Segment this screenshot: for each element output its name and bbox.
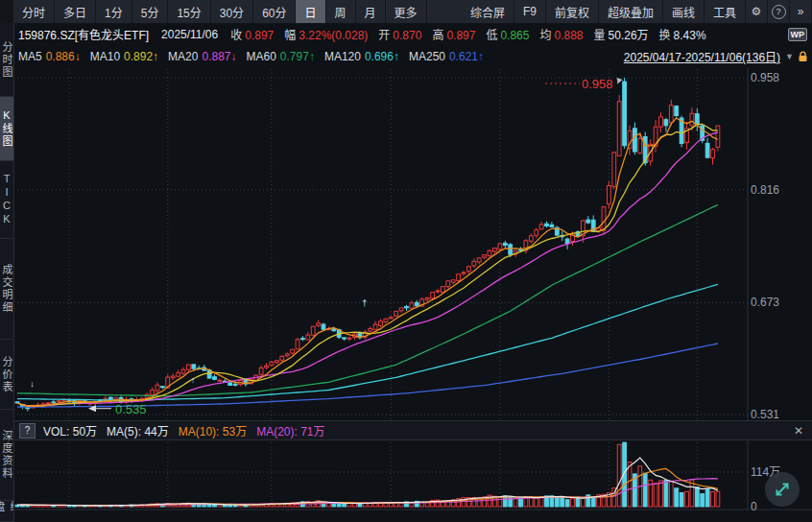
info-field-label: 幅 <box>284 29 296 42</box>
sidebar-item-K线图[interactable]: K线图 <box>0 97 13 161</box>
info-field-幅: 幅3.22%(0.028) <box>284 26 368 42</box>
info-fields: 收0.897幅3.22%(0.028)开0.870高0.897低0.865均0.… <box>230 26 716 42</box>
vol-ma5: MA(5): 44万 <box>107 422 169 439</box>
ma-value-MA20: MA200.887↓ <box>168 50 236 63</box>
info-field-label: 收 <box>230 29 242 42</box>
tool-超级叠加[interactable]: 超级叠加 <box>599 0 663 23</box>
ma-value-MA250: MA2500.621↑ <box>409 50 484 63</box>
kline-chart-canvas[interactable]: 0.9580.535↓↑†0.9580.8160.6730.531114万0 <box>0 0 812 522</box>
ma-label: MA120 <box>324 50 361 63</box>
close-volume-pane-icon[interactable]: ✕ <box>790 423 807 438</box>
sidebar-item-分时图[interactable]: 分时图 <box>0 23 13 97</box>
info-field-value: 0.870 <box>393 29 421 42</box>
tool-画线[interactable]: 画线 <box>663 0 705 23</box>
svg-text:0.673: 0.673 <box>751 296 779 309</box>
svg-text:†: † <box>362 298 367 308</box>
expand-chart-button[interactable] <box>765 472 800 507</box>
tab-period-15分[interactable]: 15分 <box>168 0 210 23</box>
ma-label: MA10 <box>90 50 120 63</box>
toolbar-corner <box>0 0 13 23</box>
stock-code: 159876.SZ[有色龙头ETF] <box>18 26 149 42</box>
sidebar-item-分价表[interactable]: 分价表 <box>0 340 13 410</box>
info-field-收: 收0.897 <box>230 26 274 42</box>
range-selector[interactable]: 2025/04/17-2025/11/06(136日) ▼ <box>624 48 808 64</box>
tool-综合屏[interactable]: 综合屏 <box>462 0 514 23</box>
info-field-value: 8.43% <box>674 29 706 42</box>
svg-text:0.535: 0.535 <box>115 402 147 416</box>
ma-values-bar: MA50.886↓MA100.892↑MA200.887↓MA600.797↑M… <box>13 45 812 67</box>
svg-text:0.531: 0.531 <box>751 408 779 421</box>
vol-label: VOL: 50万 <box>43 422 97 439</box>
tab-period-更多[interactable]: 更多 <box>386 0 427 23</box>
tab-period-多日[interactable]: 多日 <box>55 0 96 23</box>
help-icon[interactable]: ? <box>768 0 790 23</box>
top-toolbar: 分时多日1分5分15分30分60分日周月更多 综合屏F9前复权超级叠加画线工具⚙… <box>0 0 812 24</box>
info-field-换: 换8.43% <box>659 26 706 42</box>
ma-number: 0.892↑ <box>124 50 158 63</box>
tab-period-周[interactable]: 周 <box>326 0 356 23</box>
info-field-label: 高 <box>432 29 443 42</box>
gear-icon[interactable]: ⚙ <box>746 0 768 23</box>
ma-number: 0.886↓ <box>46 50 81 63</box>
tab-period-分时[interactable]: 分时 <box>13 0 55 23</box>
vol-ma20: MA(20): 71万 <box>256 422 324 439</box>
tool-工具[interactable]: 工具 <box>705 0 746 23</box>
kline-app-window: 分时多日1分5分15分30分60分日周月更多 综合屏F9前复权超级叠加画线工具⚙… <box>0 0 812 522</box>
tab-period-日[interactable]: 日 <box>296 0 325 23</box>
toolbar-right-tabs: 综合屏F9前复权超级叠加画线工具⚙?» <box>462 0 812 23</box>
tool-F9[interactable]: F9 <box>514 0 546 23</box>
svg-text:0.958: 0.958 <box>751 71 779 84</box>
info-field-高: 高0.897 <box>432 26 475 42</box>
ma-label: MA5 <box>18 50 42 63</box>
ma-number: 0.696↑ <box>365 50 399 63</box>
ma-label: MA250 <box>409 50 445 63</box>
info-field-label: 低 <box>486 29 497 42</box>
sidebar-item-超级盘口[interactable]: 超级盘口 <box>0 501 13 522</box>
ma-items: MA50.886↓MA100.892↑MA200.887↓MA600.797↑M… <box>18 50 493 63</box>
info-field-value: 0.865 <box>500 29 529 42</box>
svg-text:0.816: 0.816 <box>751 183 779 197</box>
ma-label: MA20 <box>168 50 198 63</box>
ma-value-MA60: MA600.797↑ <box>247 50 315 63</box>
tab-period-1分[interactable]: 1分 <box>96 0 132 23</box>
ma-number: 0.797↑ <box>280 50 315 63</box>
info-field-value: 0.897 <box>446 29 475 42</box>
left-sidebar: 分时图K线图TICK成交明细分价表深度资料超级盘口 <box>0 23 14 522</box>
info-field-开: 开0.870 <box>378 26 421 42</box>
tab-period-30分[interactable]: 30分 <box>211 0 253 23</box>
info-field-value: 0.888 <box>554 29 583 42</box>
indicator-help-icon[interactable]: ? <box>19 423 36 439</box>
info-field-value: 3.22%(0.028) <box>299 29 368 42</box>
sidebar-item-成交明细[interactable]: 成交明细 <box>0 239 13 340</box>
ma-label: MA60 <box>247 50 276 63</box>
sidebar-item-深度资料[interactable]: 深度资料 <box>0 410 13 501</box>
volume-pane-header: ? VOL: 50万 MA(5): 44万 MA(10): 53万 MA(20)… <box>13 420 812 440</box>
trade-date: 2025/11/06 <box>161 28 218 41</box>
tab-period-月[interactable]: 月 <box>356 0 386 23</box>
svg-text:↑: ↑ <box>191 375 196 385</box>
more-tools-icon[interactable]: » <box>790 0 812 23</box>
date-range-label[interactable]: 2025/04/17-2025/11/06(136日) <box>624 48 780 64</box>
info-field-value: 0.897 <box>245 29 274 42</box>
ma-value-MA5: MA50.886↓ <box>18 50 81 63</box>
info-field-均: 均0.888 <box>539 26 583 42</box>
ma-value-MA10: MA100.892↑ <box>90 50 158 63</box>
ma-number: 0.887↓ <box>202 50 236 63</box>
lock-icon[interactable] <box>798 51 808 62</box>
wp-badge: WP <box>788 28 808 41</box>
svg-text:0: 0 <box>751 500 757 513</box>
ma-value-MA120: MA1200.696↑ <box>324 50 399 63</box>
vol-ma10: MA(10): 53万 <box>179 422 247 439</box>
tab-period-5分[interactable]: 5分 <box>132 0 169 23</box>
info-field-label: 量 <box>594 29 606 42</box>
chevron-down-icon[interactable]: ▼ <box>785 52 794 61</box>
info-field-label: 开 <box>378 29 390 42</box>
tab-period-60分[interactable]: 60分 <box>253 0 296 23</box>
tool-前复权[interactable]: 前复权 <box>546 0 599 23</box>
info-field-label: 换 <box>659 29 671 42</box>
info-field-label: 均 <box>539 29 551 42</box>
expand-arrows-icon <box>773 480 792 499</box>
sidebar-item-TICK[interactable]: TICK <box>0 161 13 239</box>
info-field-value: 50.26万 <box>609 29 649 42</box>
info-field-量: 量50.26万 <box>594 26 649 42</box>
